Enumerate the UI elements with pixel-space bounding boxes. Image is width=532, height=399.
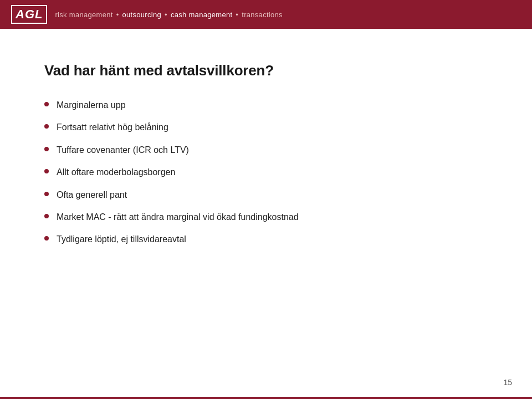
bullet-dot-5 xyxy=(44,192,49,196)
logo-box: AGL xyxy=(11,5,47,24)
bullet-text-2: Fortsatt relativt hög belåning xyxy=(57,121,168,134)
nav-sep-2: • xyxy=(165,11,167,19)
nav-item-transactions: transactions xyxy=(242,11,283,19)
logo-area: AGL risk management • outsourcing • cash… xyxy=(11,5,283,24)
bullet-dot-1 xyxy=(44,102,49,106)
bullet-item-3: Tuffare covenanter (ICR och LTV) xyxy=(44,144,488,156)
nav-item-cash: cash management xyxy=(171,11,232,19)
page-number: 15 xyxy=(503,378,512,387)
header-nav: risk management • outsourcing • cash man… xyxy=(55,11,282,19)
bullet-item-1: Marginalerna upp xyxy=(44,99,488,111)
header-bar: AGL risk management • outsourcing • cash… xyxy=(0,0,532,29)
bullet-item-2: Fortsatt relativt hög belåning xyxy=(44,121,488,134)
bullet-text-3: Tuffare covenanter (ICR och LTV) xyxy=(57,144,189,156)
slide-content: Vad har hänt med avtalsvillkoren? Margin… xyxy=(0,29,532,278)
bullet-text-6: Market MAC - rätt att ändra marginal vid… xyxy=(57,211,299,223)
bullet-text-1: Marginalerna upp xyxy=(57,99,126,111)
nav-sep-1: • xyxy=(116,11,119,19)
bullet-dot-2 xyxy=(44,124,49,129)
nav-item-outsourcing: outsourcing xyxy=(122,11,162,19)
bullet-text-5: Ofta generell pant xyxy=(57,189,127,201)
bullet-text-4: Allt oftare moderbolagsborgen xyxy=(57,166,175,178)
nav-sep-3: • xyxy=(236,11,238,19)
slide-title: Vad har hänt med avtalsvillkoren? xyxy=(44,62,488,79)
bullet-dot-6 xyxy=(44,214,49,218)
nav-item-risk: risk management xyxy=(55,11,112,19)
logo-text: AGL xyxy=(16,7,43,21)
bullet-dot-3 xyxy=(44,147,49,151)
bullet-list: Marginalerna uppFortsatt relativt hög be… xyxy=(44,99,488,246)
bullet-item-6: Market MAC - rätt att ändra marginal vid… xyxy=(44,211,488,223)
bullet-item-5: Ofta generell pant xyxy=(44,189,488,201)
bottom-line xyxy=(0,397,532,399)
bullet-dot-4 xyxy=(44,169,49,173)
bullet-item-7: Tydligare löptid, ej tillsvidareavtal xyxy=(44,233,488,245)
bullet-item-4: Allt oftare moderbolagsborgen xyxy=(44,166,488,178)
bullet-text-7: Tydligare löptid, ej tillsvidareavtal xyxy=(57,233,186,245)
bullet-dot-7 xyxy=(44,236,49,241)
